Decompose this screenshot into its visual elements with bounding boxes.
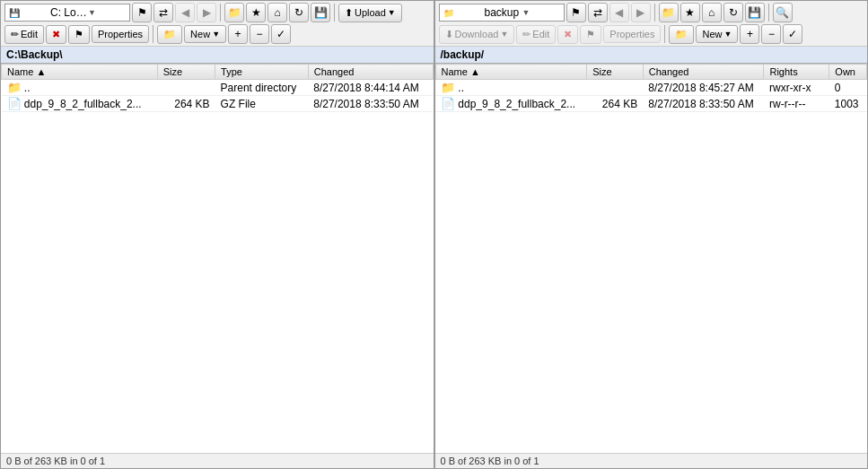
right-properties-label: Properties xyxy=(609,29,654,39)
left-file-list: Name ▲ Size Type Changed 📁 .. Parent dir… xyxy=(1,64,434,112)
right-cell-owner: 0 xyxy=(829,80,867,96)
left-cell-size: 264 KB xyxy=(157,96,215,112)
right-cell-rights: rwxr-xr-x xyxy=(764,80,829,96)
right-col-size[interactable]: Size xyxy=(587,65,643,80)
left-table-row[interactable]: 📄 ddp_9_8_2_fullback_2... 264 KB GZ File… xyxy=(2,96,434,112)
left-new-folder-icon2: 📁 xyxy=(163,29,176,40)
left-sep1 xyxy=(220,4,221,22)
left-check-btn[interactable]: ✓ xyxy=(271,24,291,44)
left-plus-btn[interactable]: + xyxy=(228,24,248,44)
left-sync-btn[interactable]: ⇄ xyxy=(153,3,173,22)
left-col-type[interactable]: Type xyxy=(215,65,309,80)
right-new-folder-icon2: 📁 xyxy=(675,29,688,40)
right-check-btn[interactable]: ✓ xyxy=(783,24,802,44)
right-bookmark2-btn[interactable]: ★ xyxy=(680,3,700,22)
left-col-changed[interactable]: Changed xyxy=(308,65,433,80)
left-new-folder-btn[interactable]: 📁 xyxy=(224,3,244,22)
right-address-combo[interactable]: 📁 backup ▼ xyxy=(439,4,565,22)
left-sep2 xyxy=(334,4,335,22)
left-new-label: New xyxy=(190,29,210,39)
right-col-rights[interactable]: Rights xyxy=(764,65,829,80)
right-new-btn[interactable]: New ▼ xyxy=(696,25,738,43)
left-bookmark-btn[interactable]: ⚑ xyxy=(132,3,152,22)
right-refresh-btn[interactable]: ↻ xyxy=(723,3,743,22)
right-row-icon: 📄 xyxy=(441,97,455,110)
left-sep3 xyxy=(153,25,153,43)
left-edit-btn[interactable]: ✏ Edit xyxy=(4,25,44,44)
right-col-name[interactable]: Name ▲ xyxy=(435,65,587,80)
left-status-bar: 0 B of 263 KB in 0 of 1 xyxy=(1,453,434,468)
left-back-btn[interactable]: ◀ xyxy=(175,3,195,22)
right-sync-btn[interactable]: ⇄ xyxy=(588,3,608,22)
right-cell-rights: rw-r--r-- xyxy=(764,96,829,112)
right-file-list-container[interactable]: Name ▲ Size Changed Rights Own 📁 .. 8/27… xyxy=(435,64,868,453)
left-pane: 💾 C: Local Disk ▼ ⚑ ⇄ ◀ ▶ 📁 ★ ⌂ ↻ 💾 ⬆ Up… xyxy=(0,0,434,469)
left-drive2-btn[interactable]: 💾 xyxy=(311,3,330,22)
right-minus-btn[interactable]: − xyxy=(761,24,781,44)
left-home-btn[interactable]: ⌂ xyxy=(267,3,287,22)
right-home-btn[interactable]: ⌂ xyxy=(702,3,722,22)
left-new-folder-btn2[interactable]: 📁 xyxy=(157,25,182,44)
left-address-combo[interactable]: 💾 C: Local Disk ▼ xyxy=(4,4,130,22)
right-col-changed[interactable]: Changed xyxy=(643,65,764,80)
right-table-header: Name ▲ Size Changed Rights Own xyxy=(435,65,867,80)
right-col-owner[interactable]: Own xyxy=(829,65,867,80)
right-pane: 📁 backup ▼ ⚑ ⇄ ◀ ▶ 📁 ★ ⌂ ↻ 💾 🔍 ⬇ Downloa xyxy=(434,0,869,469)
right-delete-icon: ✖ xyxy=(564,29,572,40)
right-find-btn[interactable]: 🔍 xyxy=(773,3,793,22)
right-edit-btn[interactable]: ✏ Edit xyxy=(516,25,556,44)
left-delete-btn[interactable]: ✖ xyxy=(46,25,66,44)
right-forward-btn[interactable]: ▶ xyxy=(631,3,651,22)
left-bookmark2-btn[interactable]: ★ xyxy=(246,3,266,22)
right-bookmark-btn[interactable]: ⚑ xyxy=(566,3,586,22)
left-row-icon: 📄 xyxy=(7,97,22,110)
left-upload-icon: ⬆ xyxy=(345,7,353,19)
left-new-arrow: ▼ xyxy=(212,30,220,39)
left-upload-btn[interactable]: ⬆ Upload ▼ xyxy=(338,4,402,22)
left-drive-icon: 💾 xyxy=(9,8,47,18)
right-edit-label: Edit xyxy=(532,29,549,39)
left-cell-size xyxy=(157,80,215,96)
right-path-text: /backup/ xyxy=(441,48,485,61)
right-new-folder-btn[interactable]: 📁 xyxy=(659,3,679,22)
left-cell-name: 📄 ddp_9_8_2_fullback_2... xyxy=(2,96,158,112)
left-upload-label: Upload xyxy=(355,7,386,18)
left-file-list-container[interactable]: Name ▲ Size Type Changed 📁 .. Parent dir… xyxy=(1,64,434,453)
right-download-btn[interactable]: ⬇ Download ▼ xyxy=(439,25,515,44)
left-cell-name: 📁 .. xyxy=(2,80,158,96)
right-cell-size xyxy=(587,80,643,96)
right-new-folder-btn2[interactable]: 📁 xyxy=(669,25,694,44)
right-properties-btn[interactable]: Properties xyxy=(603,25,661,43)
left-table-row[interactable]: 📁 .. Parent directory 8/27/2018 8:44:14 … xyxy=(2,80,434,96)
left-address-text: C: Local Disk xyxy=(50,6,88,19)
right-download-arrow: ▼ xyxy=(500,30,508,39)
left-row-icon: 📁 xyxy=(7,81,22,94)
right-new-label: New xyxy=(702,29,722,39)
left-col-size[interactable]: Size xyxy=(157,65,215,80)
right-plus-btn[interactable]: + xyxy=(740,24,759,44)
right-delete-btn[interactable]: ✖ xyxy=(557,25,578,44)
right-table-row[interactable]: 📄 ddp_9_8_2_fullback_2... 264 KB 8/27/20… xyxy=(435,96,867,112)
right-prop-icon-btn[interactable]: ⚑ xyxy=(580,25,601,44)
left-edit-label: Edit xyxy=(21,29,38,39)
left-path-text: C:\Backup\ xyxy=(6,48,63,61)
right-cell-size: 264 KB xyxy=(587,96,643,112)
left-edit-icon: ✏ xyxy=(11,29,19,40)
left-properties-label: Properties xyxy=(98,29,143,39)
left-cell-type: Parent directory xyxy=(215,80,309,96)
left-refresh-btn[interactable]: ↻ xyxy=(289,3,309,22)
right-sep2 xyxy=(768,4,769,22)
left-cell-changed: 8/27/2018 8:33:50 AM xyxy=(308,96,433,112)
left-properties-btn[interactable]: Properties xyxy=(92,25,149,43)
left-forward-btn[interactable]: ▶ xyxy=(197,3,216,22)
left-status-text: 0 B of 263 KB in 0 of 1 xyxy=(6,456,105,466)
left-col-name[interactable]: Name ▲ xyxy=(2,65,158,80)
left-prop-icon-btn[interactable]: ⚑ xyxy=(68,25,90,44)
right-table-row[interactable]: 📁 .. 8/27/2018 8:45:27 AM rwxr-xr-x 0 xyxy=(435,80,867,96)
right-status-text: 0 B of 263 KB in 0 of 1 xyxy=(441,456,539,466)
right-cell-changed: 8/27/2018 8:45:27 AM xyxy=(643,80,764,96)
right-drive2-btn[interactable]: 💾 xyxy=(745,3,765,22)
left-new-btn[interactable]: New ▼ xyxy=(184,25,226,43)
right-back-btn[interactable]: ◀ xyxy=(609,3,629,22)
left-minus-btn[interactable]: − xyxy=(250,24,269,44)
